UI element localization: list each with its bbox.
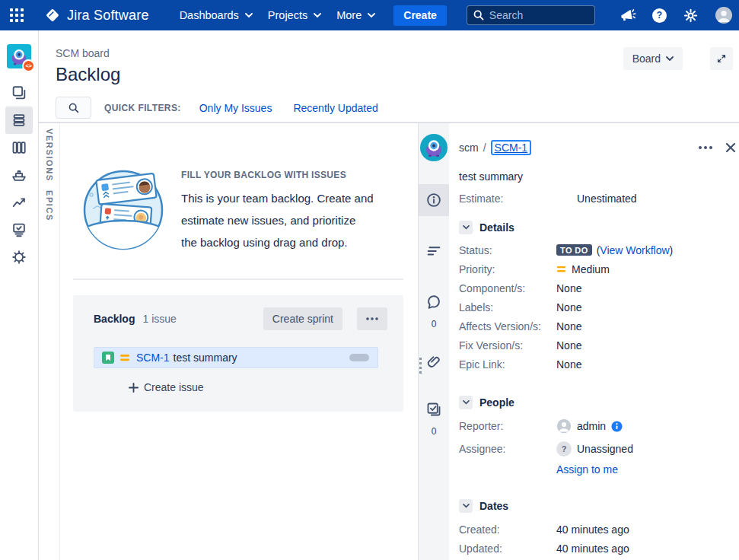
backlog-illustration [81,161,166,253]
create-sprint-button[interactable]: Create sprint [263,307,342,330]
field-priority: Priority: Medium [459,262,736,275]
sidebar-item-active-sprints-icon[interactable] [5,134,33,161]
nav-menus: Dashboards Projects More [172,5,384,26]
tab-description-icon[interactable] [419,234,449,266]
issue-detail-panel: 0 0 scm / SCM-1 [418,123,739,560]
reporter-name[interactable]: admin [577,420,606,432]
search-input[interactable] [489,9,573,21]
panel-resize-handle[interactable] [419,358,422,374]
chevron-down-icon [314,13,321,18]
software-project-badge: <> [22,59,35,72]
chevron-down-icon [666,56,674,62]
view-workflow-link[interactable]: View Workflow [600,244,669,256]
breadcrumb[interactable]: SCM board [56,47,110,59]
updated-row: Updated: 40 minutes ago [459,542,736,555]
sidebar-item-releases-icon[interactable] [5,161,33,189]
detail-project-key[interactable]: scm [459,142,479,154]
issue-summary: test summary [174,352,237,364]
global-search[interactable] [467,5,595,25]
people-section-title: People [479,396,514,409]
chevron-down-icon [463,400,470,405]
reporter-avatar [556,418,572,434]
user-avatar[interactable] [715,6,733,24]
dates-collapse-button[interactable] [459,499,473,513]
detail-more-button[interactable] [699,146,712,149]
feedback-megaphone-icon[interactable] [619,7,636,24]
subtasks-count: 0 [432,426,437,437]
close-icon [725,142,736,153]
tab-attachments-icon[interactable] [419,346,449,378]
estimate-row: Estimate: Unestimated [459,192,736,205]
status-badge[interactable]: TO DO [556,244,592,256]
assign-to-me-link[interactable]: Assign to me [556,463,618,476]
sidebar-item-addons-icon[interactable] [5,243,33,271]
backlog-panel-title: Backlog [94,313,135,325]
page-header: SCM board Backlog Board QUICK FILTERS: O… [39,30,739,123]
tab-comments-icon[interactable] [419,286,449,318]
app-switcher-icon[interactable] [10,8,24,22]
detail-issue-key-box: SCM-1 [491,140,532,155]
backlog-search-button[interactable] [56,97,91,119]
detail-project-avatar[interactable] [420,134,448,161]
estimate-pill[interactable] [349,354,369,361]
detail-summary: test summary [459,170,736,183]
create-button[interactable]: Create [393,5,447,26]
sidebar-nav [5,79,33,271]
search-icon [68,103,79,113]
sidebar-item-boards-icon[interactable] [5,79,33,107]
help-icon[interactable]: ? [652,8,667,23]
search-icon [473,10,484,21]
people-collapse-button[interactable] [459,396,473,409]
menu-dashboards[interactable]: Dashboards [172,5,260,26]
people-section-header: People [459,396,736,409]
empty-state-text: FILL YOUR BACKLOG WITH ISSUES This is yo… [181,170,409,253]
estimate-value[interactable]: Unestimated [577,192,637,205]
chevron-down-icon [245,13,253,18]
detail-close-button[interactable] [725,142,736,153]
created-row: Created: 40 minutes ago [459,523,736,536]
detail-tool-rail: 0 0 [419,123,449,560]
issue-row[interactable]: SCM-1 test summary [94,347,378,368]
field-affects-versions: Affects Version/s: None [459,320,736,332]
reporter-row: Reporter: admin [459,418,736,434]
info-icon[interactable] [611,421,623,432]
backlog-panel: Backlog 1 issue Create sprint SCM-1 [73,295,403,412]
details-collapse-button[interactable] [459,221,473,234]
empty-state-heading: FILL YOUR BACKLOG WITH ISSUES [181,170,409,180]
expand-icon [716,53,727,64]
sidebar-item-issues-icon[interactable] [5,216,33,243]
content-area: VERSIONS EPICS [39,122,739,560]
settings-gear-icon[interactable] [683,8,699,24]
epics-panel-toggle[interactable]: EPICS [45,190,54,221]
versions-panel-toggle[interactable]: VERSIONS [45,129,54,182]
empty-state-body: This is your team backlog. Create and es… [181,187,409,253]
jira-logo-icon [44,7,61,24]
backlog-panel-header: Backlog 1 issue Create sprint [73,303,403,330]
create-issue-button[interactable]: Create issue [129,381,403,393]
project-avatar[interactable]: <> [7,44,31,68]
sidebar-item-backlog-icon[interactable] [5,107,33,134]
top-navbar: Jira Software Dashboards Projects More C… [0,0,739,30]
issue-key-link[interactable]: SCM-1 [136,352,170,364]
details-section-header: Details [459,221,736,234]
dates-section-title: Dates [479,500,508,512]
jira-logo[interactable]: Jira Software [44,7,149,24]
detail-issue-key-link[interactable]: SCM-1 [495,142,528,154]
details-section-title: Details [479,221,514,234]
sidebar-item-reports-icon[interactable] [5,189,33,216]
board-controls: Board [623,47,733,70]
detail-breadcrumb: scm / SCM-1 [459,140,736,155]
board-dropdown[interactable]: Board [623,47,683,70]
menu-projects[interactable]: Projects [260,5,329,26]
story-type-icon [102,352,114,364]
field-status: Status: TO DO (View Workflow) [459,243,736,256]
tab-details-icon[interactable] [419,184,449,216]
tab-subtasks-icon[interactable] [419,393,449,425]
more-icon [366,317,378,320]
fullscreen-expand-button[interactable] [710,47,733,70]
menu-more[interactable]: More [329,5,383,26]
filter-only-my-issues[interactable]: Only My Issues [199,102,272,114]
assignee-name[interactable]: Unassigned [577,443,633,455]
backlog-more-button[interactable] [357,307,387,330]
filter-recently-updated[interactable]: Recently Updated [293,102,377,114]
